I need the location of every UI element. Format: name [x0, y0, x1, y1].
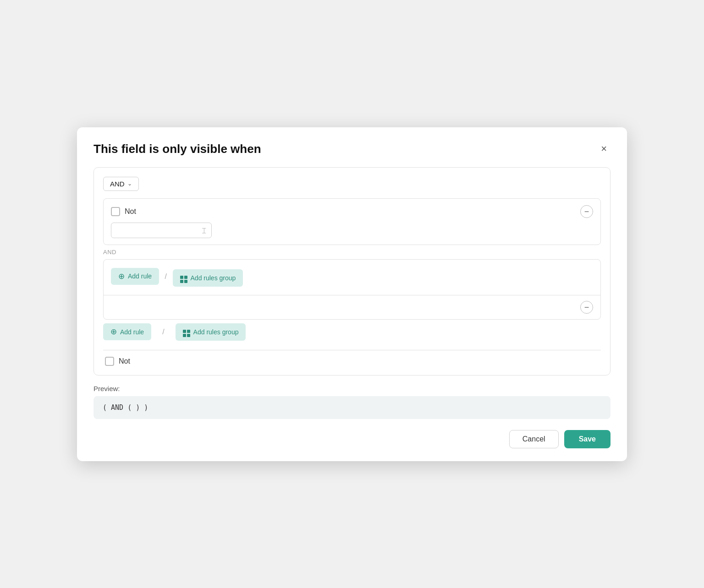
inner-group-top: ⊕ Add rule / Add rules group	[104, 260, 600, 295]
select-arrows-icon: ⌶	[202, 227, 206, 234]
not-checkbox-1[interactable]	[111, 207, 120, 216]
and-operator-dropdown[interactable]: AND ⌄	[103, 177, 139, 191]
modal-title: This field is only visible when	[94, 142, 261, 156]
outer-grid-icon	[183, 327, 190, 337]
preview-box: ( AND ( ) )	[94, 396, 610, 419]
inner-add-rules-group-label: Add rules group	[191, 274, 236, 282]
bottom-not-row: Not	[103, 350, 601, 368]
inner-add-rules-group-button[interactable]: Add rules group	[173, 269, 243, 287]
chevron-down-icon: ⌄	[127, 180, 132, 187]
modal-dialog: This field is only visible when × AND ⌄ …	[77, 127, 627, 461]
preview-label: Preview:	[94, 385, 610, 392]
modal-header: This field is only visible when ×	[94, 142, 610, 156]
plus-icon: ⊕	[118, 272, 125, 281]
outer-add-rule-button[interactable]: ⊕ Add rule	[103, 323, 151, 340]
outer-add-rules-group-button[interactable]: Add rules group	[176, 323, 246, 341]
outer-add-rule-label: Add rule	[120, 328, 144, 336]
outer-slash-separator: /	[162, 328, 164, 336]
outer-plus-icon: ⊕	[110, 327, 117, 337]
inner-add-rule-label: Add rule	[128, 272, 152, 280]
and-dropdown-label: AND	[110, 180, 125, 188]
outer-add-actions: ⊕ Add rule / Add rules group	[103, 323, 601, 341]
inner-group: ⊕ Add rule / Add rules group −	[103, 259, 601, 320]
cancel-button[interactable]: Cancel	[509, 430, 559, 448]
inner-group-bottom: −	[104, 295, 600, 319]
outer-group: AND ⌄ Not − ⌶ AND ⊕ Add	[94, 167, 610, 376]
not-label-1: Not	[111, 207, 136, 216]
inner-add-rule-button[interactable]: ⊕ Add rule	[111, 268, 159, 285]
rule-row-1: Not − ⌶	[103, 198, 601, 245]
close-button[interactable]: ×	[597, 142, 610, 156]
rule-row-1-header: Not −	[111, 205, 593, 218]
footer-buttons: Cancel Save	[94, 430, 610, 448]
and-separator: AND	[103, 249, 601, 256]
not-checkbox-bottom[interactable]	[105, 357, 114, 366]
inner-slash-separator: /	[165, 272, 167, 280]
remove-inner-group-button[interactable]: −	[580, 301, 593, 314]
save-button[interactable]: Save	[564, 430, 610, 448]
not-text-1: Not	[125, 207, 136, 216]
rule-1-select[interactable]: ⌶	[111, 223, 212, 238]
outer-add-rules-group-label: Add rules group	[193, 328, 239, 336]
not-text-bottom: Not	[119, 357, 130, 365]
grid-icon	[180, 273, 187, 283]
remove-rule-1-button[interactable]: −	[580, 205, 593, 218]
